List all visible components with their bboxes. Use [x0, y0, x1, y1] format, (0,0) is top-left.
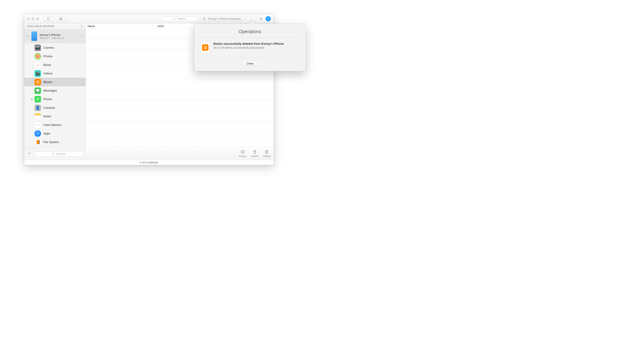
svg-point-1 [173, 18, 175, 20]
sidebar-search-placeholder: Search [56, 152, 66, 156]
search-icon [52, 153, 55, 155]
column-name[interactable]: Name ⌃ [86, 24, 156, 29]
delete-label: Delete [263, 155, 270, 157]
window-controls [27, 18, 39, 20]
operations-popover: Operations Books successfully deleted fr… [194, 24, 306, 71]
apps-icon: Ⓐ [34, 130, 41, 137]
sidebar-item-phone[interactable]: ▶ ✆ Phone [24, 95, 86, 103]
operation-icon-container [201, 42, 210, 53]
statusbar: 0 of 0 selected [24, 160, 274, 165]
delete-button[interactable]: Delete [263, 150, 270, 157]
device-row[interactable]: ▼ Kenny's iPhone iPhone 7 - iOS 10.3.2 ⎍ [24, 29, 86, 43]
clear-button[interactable]: Clear [242, 61, 258, 66]
sidebar-header-label: AVAILABLE DEVICES [27, 25, 54, 28]
history-icon [203, 17, 206, 21]
sidebar-item-label: Videos [43, 72, 52, 75]
photos-icon [34, 53, 41, 60]
sidebar-item-label: Camera [43, 46, 54, 49]
ibooks-icon [34, 79, 41, 85]
sidebar-footer: + Search [24, 148, 86, 160]
sidebar-item-messages[interactable]: 💬 Messages [24, 86, 86, 95]
sidebar-item-label: Apps [43, 132, 50, 135]
table-row [86, 80, 274, 90]
table-row [86, 131, 274, 141]
sidebar-item-music[interactable]: ♪ Music [24, 61, 86, 69]
close-icon[interactable] [27, 18, 30, 20]
notes-icon [34, 113, 41, 120]
import-button[interactable]: Import [251, 150, 258, 157]
sidebar-item-videos[interactable]: 🎬 Videos [24, 69, 86, 78]
sidebar-item-contacts[interactable]: 👤 Contacts [24, 103, 86, 112]
backups-label: Kenny's iPhone Backups [208, 17, 241, 21]
toolbar-search[interactable]: Search [162, 16, 198, 21]
transfer-icon: ↓↑ [250, 17, 252, 21]
music-icon: ♪ [34, 62, 41, 68]
operation-subtitle: 30 of 30 items successfully processed. [213, 46, 265, 49]
column-label: Artist [158, 25, 164, 28]
sidebar-items: 📷 Camera Photos ♪ Music 🎬 Videos [24, 43, 86, 148]
contacts-icon: 👤 [34, 105, 41, 111]
voice-memos-icon: 〰 [34, 122, 41, 128]
table-row [86, 121, 274, 131]
phone-icon: ✆ [34, 96, 41, 103]
chevron-right-icon[interactable]: ▶ [31, 98, 33, 100]
messages-icon: 💬 [34, 87, 41, 94]
import-label: Import [251, 155, 258, 157]
export-button[interactable]: Export [239, 150, 246, 157]
operation-title: Books successfully deleted from Kenny's … [213, 42, 284, 46]
popover-actions: Clear [201, 58, 299, 66]
device-count: 2 [81, 25, 83, 28]
device-sub: iPhone 7 - iOS 10.3.2 [40, 37, 64, 40]
table-row [86, 100, 274, 111]
status-text: 0 of 0 selected [140, 161, 158, 164]
sidebar-item-label: Phone [43, 97, 52, 101]
sidebar-item-camera[interactable]: 📷 Camera [24, 43, 86, 52]
operation-row: Books successfully deleted from Kenny's … [201, 38, 299, 58]
help-icon: ? [267, 17, 269, 21]
device-icon [31, 31, 37, 41]
wifi-button[interactable] [258, 16, 264, 21]
backups-button[interactable]: Kenny's iPhone Backups [200, 16, 244, 21]
column-label: Name [88, 25, 95, 28]
table-row [86, 90, 274, 100]
refresh-button[interactable] [43, 16, 54, 21]
sidebar-item-label: Voice Memos [43, 123, 62, 127]
preview-button[interactable] [56, 16, 66, 21]
add-button[interactable]: + [27, 151, 32, 157]
sidebar-item-apps[interactable]: Ⓐ Apps [24, 129, 86, 138]
sidebar-search[interactable]: Search [34, 151, 83, 157]
sidebar-item-files[interactable]: File System [24, 138, 86, 146]
sidebar-item-notes[interactable]: Notes [24, 112, 86, 121]
titlebar: Search Kenny's iPhone Backups ↓↑ ? [24, 14, 274, 24]
sort-ascending-icon: ⌃ [152, 25, 154, 27]
svg-point-2 [260, 20, 261, 20]
chevron-down-icon[interactable]: ▼ [26, 35, 29, 38]
operation-text: Books successfully deleted from Kenny's … [213, 42, 284, 50]
help-button[interactable]: ? [266, 16, 271, 21]
sidebar-item-label: Contacts [43, 106, 55, 109]
minimize-icon[interactable] [32, 18, 34, 20]
zoom-icon[interactable] [36, 18, 39, 20]
sidebar-item-label: Photos [43, 55, 52, 58]
camera-icon: 📷 [34, 45, 41, 51]
popover-title: Operations [201, 29, 299, 38]
sidebar-item-label: Messages [43, 89, 57, 92]
table-row [86, 70, 274, 80]
export-icon [240, 150, 246, 154]
svg-point-3 [52, 153, 54, 155]
sidebar: AVAILABLE DEVICES 2 ▼ Kenny's iPhone iPh… [24, 24, 86, 160]
videos-icon: 🎬 [34, 70, 41, 77]
sidebar-item-memos[interactable]: 〰 Voice Memos [24, 121, 86, 129]
sidebar-header: AVAILABLE DEVICES 2 [24, 24, 86, 29]
sidebar-item-photos[interactable]: Photos [24, 52, 86, 61]
files-icon [34, 139, 41, 145]
sidebar-item-ibooks[interactable]: iBooks [24, 78, 86, 86]
transfer-button[interactable]: ↓↑ [246, 16, 256, 21]
wifi-icon [259, 17, 263, 21]
trash-icon [264, 150, 270, 154]
eye-icon [59, 17, 63, 21]
sidebar-item-label: iBooks [43, 80, 52, 84]
sidebar-item-label: File System [43, 140, 59, 144]
bottom-toolbar: Export Import Delete [86, 147, 274, 160]
table-row [86, 111, 274, 121]
